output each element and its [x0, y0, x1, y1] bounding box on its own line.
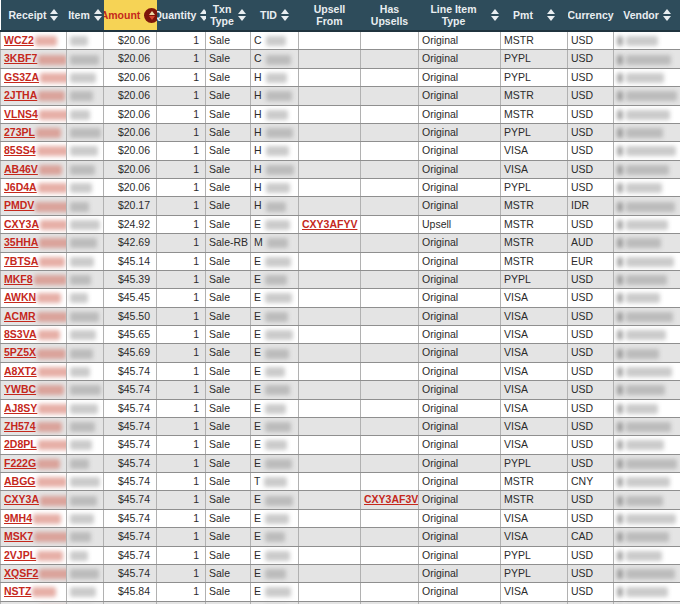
upsell-from-cell [299, 252, 361, 270]
has-upsells-cell [361, 87, 419, 105]
tid-prefix: E [254, 402, 261, 414]
sort-icon[interactable] [663, 9, 671, 21]
upsell-from-link[interactable]: CXY3AFYV [302, 218, 357, 230]
column-label: Item [68, 9, 90, 21]
redacted-text [626, 422, 671, 432]
receipt-link[interactable]: 85SS4 [4, 144, 36, 156]
receipt-cell: NSTZ [1, 583, 67, 601]
receipt-link[interactable]: 2JTHA [4, 89, 37, 101]
receipt-link[interactable]: MSK7 [4, 530, 33, 542]
column-header-item[interactable]: Item [67, 0, 104, 31]
receipt-link[interactable]: 3KBF7 [4, 52, 37, 64]
receipt-link[interactable]: 7BTSA [4, 255, 38, 267]
receipt-link[interactable]: 9MH4 [4, 512, 32, 524]
redacted-text [70, 146, 98, 156]
txn-type-cell: Sale [206, 289, 251, 307]
receipt-link[interactable]: GS3ZA [4, 71, 39, 83]
item-cell [67, 307, 104, 325]
column-header-vendor[interactable]: Vendor [614, 0, 680, 31]
item-cell [67, 528, 104, 546]
receipt-link[interactable]: A8XT2 [4, 365, 37, 377]
redacted-text [38, 183, 67, 193]
receipt-link[interactable]: 2VJPL [4, 549, 36, 561]
column-header-txn_type[interactable]: Txn Type [206, 0, 251, 31]
quantity-cell: 1 [157, 197, 206, 215]
receipt-link[interactable]: J6D4A [4, 181, 37, 193]
receipt-cell: 273PL [1, 123, 67, 141]
receipt-link[interactable]: CXY3A [4, 218, 39, 230]
has-upsells-link[interactable]: CXY3AF3V [364, 493, 418, 505]
redacted-text [617, 36, 623, 46]
redacted-text [70, 36, 88, 46]
receipt-link[interactable]: AB46V [4, 163, 38, 175]
vendor-cell [614, 454, 680, 472]
receipt-link[interactable]: CXY3A [4, 493, 39, 505]
sort-icon[interactable] [200, 9, 205, 21]
column-header-quantity[interactable]: Quantity [157, 0, 206, 31]
receipt-link[interactable]: AWKN [4, 291, 36, 303]
tid-cell: H [251, 68, 299, 86]
amount-cell: $45.74 [104, 454, 157, 472]
receipt-link[interactable]: 273PL [4, 126, 35, 138]
sort-icon[interactable] [50, 9, 58, 21]
amount-cell: $20.06 [104, 50, 157, 68]
receipt-link[interactable]: NSTZ [4, 585, 31, 597]
receipt-link[interactable]: YWBC [4, 383, 36, 395]
table-row: GS3ZA$20.061SaleHOriginalPYPLUSD [1, 68, 680, 86]
has-upsells-cell [361, 362, 419, 380]
txn-type-cell: Sale [206, 583, 251, 601]
tid-prefix: E [254, 438, 261, 450]
column-header-line_item_type[interactable]: Line Item Type [419, 0, 501, 31]
line-item-type-cell: Original [419, 160, 501, 178]
column-header-amount[interactable]: Amount [104, 0, 157, 31]
column-header-tid[interactable]: TID [251, 0, 299, 31]
sort-icon[interactable] [94, 9, 102, 21]
sort-icon[interactable] [547, 9, 555, 21]
column-header-receipt[interactable]: Receipt [1, 0, 67, 31]
tid-cell: H [251, 142, 299, 160]
column-label: Amount [104, 9, 141, 21]
vendor-cell [614, 31, 680, 50]
currency-cell: CNY [568, 473, 614, 491]
receipt-link[interactable]: ACMR [4, 310, 36, 322]
tid-prefix: E [254, 420, 261, 432]
column-label: Line Item Type [421, 3, 487, 27]
receipt-link[interactable]: 5PZ5X [4, 346, 36, 358]
receipt-link[interactable]: F222G [4, 457, 36, 469]
sort-icon[interactable] [281, 9, 289, 21]
redacted-text [70, 587, 96, 597]
redacted-text [626, 55, 671, 65]
redacted-text [626, 349, 659, 359]
tid-cell: E [251, 326, 299, 344]
receipt-link[interactable]: WCZ2 [4, 34, 34, 46]
tid-prefix: E [254, 493, 261, 505]
pmt-cell: MSTR [501, 234, 568, 252]
receipt-link[interactable]: 8S3VA [4, 328, 37, 340]
column-header-pmt[interactable]: Pmt [501, 0, 568, 31]
receipt-link[interactable]: ZH574 [4, 420, 36, 432]
sort-icon[interactable] [491, 9, 499, 21]
receipt-link[interactable]: 2D8PL [4, 438, 37, 450]
receipt-link[interactable]: 35HHA [4, 236, 38, 248]
active-sort-icon[interactable] [144, 8, 156, 23]
receipt-link[interactable]: MKF8 [4, 273, 33, 285]
tid-prefix: E [254, 328, 261, 340]
receipt-link[interactable]: PMDV [4, 199, 34, 211]
receipt-link[interactable]: XQSF2 [4, 567, 38, 579]
receipt-link[interactable]: AJ8SY [4, 402, 37, 414]
amount-cell: $45.74 [104, 399, 157, 417]
table-row: AB46V$20.061SaleHOriginalVISAUSD [1, 160, 680, 178]
line-item-type-cell: Original [419, 417, 501, 435]
amount-cell: $45.65 [104, 326, 157, 344]
vendor-cell [614, 105, 680, 123]
redacted-text [70, 532, 91, 542]
redacted-text [266, 73, 287, 83]
redacted-text [265, 385, 290, 395]
has-upsells-cell [361, 252, 419, 270]
upsell-from-cell [299, 160, 361, 178]
receipt-link[interactable]: ABGG [4, 475, 36, 487]
tid-cell: E [251, 436, 299, 454]
sort-icon[interactable] [238, 9, 246, 21]
receipt-link[interactable]: VLNS4 [4, 108, 38, 120]
item-cell [67, 491, 104, 509]
